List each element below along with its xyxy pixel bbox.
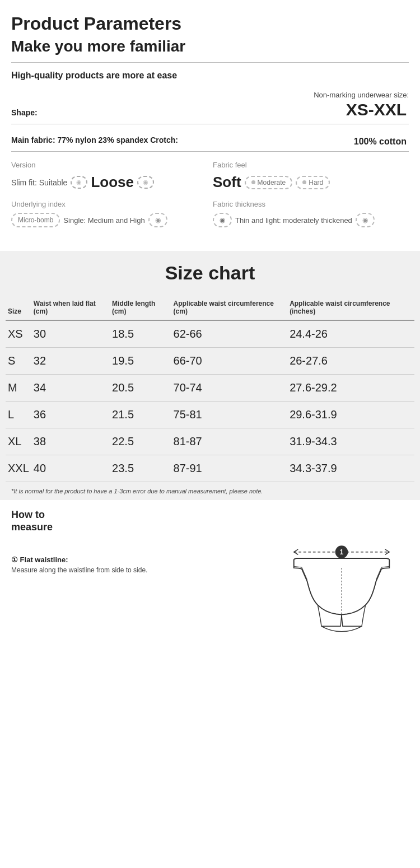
attributes-section: Version Slim fit: Suitable ◉ Loose ◉ Fab… — [11, 161, 409, 245]
table-cell: XXL — [6, 455, 31, 482]
measure-content: ① Flat waistline: Measure along the wais… — [11, 539, 409, 642]
hard-dot — [302, 180, 306, 184]
col-middle-length-header: Middle length (cm) — [110, 295, 171, 320]
shape-size-row: Shape: Non-marking underwear size: XS-XX… — [11, 91, 409, 124]
feel-moderate-pill: Moderate — [245, 176, 293, 189]
thickness-title: Fabric thickness — [213, 200, 409, 208]
how-to-title: How tomeasure — [11, 509, 409, 533]
feel-hard-pill: Hard — [296, 176, 330, 189]
shape-label: Shape: — [11, 102, 210, 119]
table-cell: 20.5 — [110, 375, 171, 402]
underlying-row: Micro-bomb Single: Medium and High ◉ — [11, 213, 207, 227]
table-cell: XS — [6, 320, 31, 348]
col-waist-flat-header: Waist when laid flat (cm) — [31, 295, 110, 320]
tagline: High-quality products are more at ease — [11, 71, 409, 81]
table-row: M3420.570-7427.6-29.2 — [6, 375, 414, 402]
table-cell: S — [6, 348, 31, 375]
underlying-start-pill: Micro-bomb — [11, 213, 60, 227]
underwear-diagram: 1 — [274, 539, 409, 640]
table-cell: 31.9-34.3 — [287, 428, 414, 455]
size-value: XS-XXL — [346, 100, 409, 119]
feel-hard-label: Hard — [309, 179, 323, 186]
table-row: L3621.575-8129.6-31.9 — [6, 402, 414, 428]
version-end-pill: ◉ — [137, 176, 154, 189]
table-cell: 36 — [31, 402, 110, 428]
measure-step1-label: ① Flat waistline: — [11, 556, 269, 564]
version-row: Slim fit: Suitable ◉ Loose ◉ — [11, 174, 207, 191]
table-cell: 81-87 — [171, 428, 288, 455]
table-cell: 30 — [31, 320, 110, 348]
table-cell: 34 — [31, 375, 110, 402]
size-label: Non-marking underwear size: — [314, 91, 409, 99]
table-row: XXL4023.587-9134.3-37.9 — [6, 455, 414, 482]
measure-step1-desc: Measure along the waistline from side to… — [11, 566, 269, 574]
feel-selected: Soft — [213, 174, 241, 191]
measure-illustration: 1 — [274, 539, 409, 642]
table-row: XS3018.562-6624.4-26 — [6, 320, 414, 348]
col-waist-cm-header: Applicable waist circumference (cm) — [171, 295, 288, 320]
svg-text:1: 1 — [340, 549, 344, 557]
table-header-row: Size Waist when laid flat (cm) Middle le… — [6, 295, 414, 320]
table-cell: 29.6-31.9 — [287, 402, 414, 428]
table-cell: 70-74 — [171, 375, 288, 402]
table-cell: 18.5 — [110, 320, 171, 348]
table-cell: 27.6-29.2 — [287, 375, 414, 402]
size-table: Size Waist when laid flat (cm) Middle le… — [6, 295, 414, 482]
thickness-start-pill: ◉ — [213, 213, 232, 227]
size-chart-section: Size chart Size Waist when laid flat (cm… — [0, 251, 420, 500]
version-title: Version — [11, 161, 207, 169]
measure-text-block: ① Flat waistline: Measure along the wais… — [11, 539, 269, 574]
thickness-block: Fabric thickness ◉ Thin and light: moder… — [213, 200, 409, 227]
table-cell: M — [6, 375, 31, 402]
feel-moderate-label: Moderate — [258, 179, 286, 186]
fabric-label: Main fabric: 77% nylon 23% spandex Crotc… — [11, 130, 178, 147]
fabric-value: 100% cotton — [354, 137, 409, 147]
table-cell: 22.5 — [110, 428, 171, 455]
divider-1 — [11, 62, 409, 63]
col-size-header: Size — [6, 295, 31, 320]
table-row: S3219.566-7026-27.6 — [6, 348, 414, 375]
table-cell: XL — [6, 428, 31, 455]
table-row: XL3822.581-8731.9-34.3 — [6, 428, 414, 455]
thickness-row: ◉ Thin and light: moderately thickened ◉ — [213, 213, 409, 227]
feel-row: Soft Moderate Hard — [213, 174, 409, 191]
thickness-text: Thin and light: moderately thickened — [235, 216, 352, 225]
table-cell: 62-66 — [171, 320, 288, 348]
how-to-section: How tomeasure ① Flat waistline: Measure … — [0, 500, 420, 647]
table-cell: 32 — [31, 348, 110, 375]
table-cell: 38 — [31, 428, 110, 455]
version-label: Slim fit: Suitable — [11, 178, 67, 187]
table-cell: 23.5 — [110, 455, 171, 482]
fabric-feel-block: Fabric feel Soft Moderate Hard — [213, 161, 409, 191]
page-title: Product Parameters — [11, 13, 409, 34]
table-cell: 26-27.6 — [287, 348, 414, 375]
underlying-block: Underlying index Micro-bomb Single: Medi… — [11, 200, 207, 227]
version-unselected-pill: ◉ — [71, 176, 87, 189]
table-cell: 34.3-37.9 — [287, 455, 414, 482]
fabric-feel-title: Fabric feel — [213, 161, 409, 169]
underlying-text: Single: Medium and High — [63, 216, 144, 225]
table-cell: 24.4-26 — [287, 320, 414, 348]
underlying-prefix: Micro-bomb — [18, 216, 53, 224]
fabric-row: Main fabric: 77% nylon 23% spandex Crotc… — [11, 124, 409, 152]
table-cell: 19.5 — [110, 348, 171, 375]
version-selected: Loose — [91, 174, 134, 191]
table-cell: 21.5 — [110, 402, 171, 428]
size-chart-title: Size chart — [6, 262, 414, 284]
col-waist-inch-header: Applicable waist circumference (inches) — [287, 295, 414, 320]
thickness-end-pill: ◉ — [356, 213, 375, 227]
underlying-title: Underlying index — [11, 200, 207, 208]
table-cell: 87-91 — [171, 455, 288, 482]
underlying-end-pill: ◉ — [148, 213, 167, 227]
table-cell: 66-70 — [171, 348, 288, 375]
moderate-dot — [251, 180, 255, 184]
table-cell: 40 — [31, 455, 110, 482]
size-note: *It is normal for the product to have a … — [6, 488, 414, 494]
table-cell: L — [6, 402, 31, 428]
version-block: Version Slim fit: Suitable ◉ Loose ◉ — [11, 161, 207, 191]
table-cell: 75-81 — [171, 402, 288, 428]
page-subtitle: Make you more familiar — [11, 38, 409, 55]
